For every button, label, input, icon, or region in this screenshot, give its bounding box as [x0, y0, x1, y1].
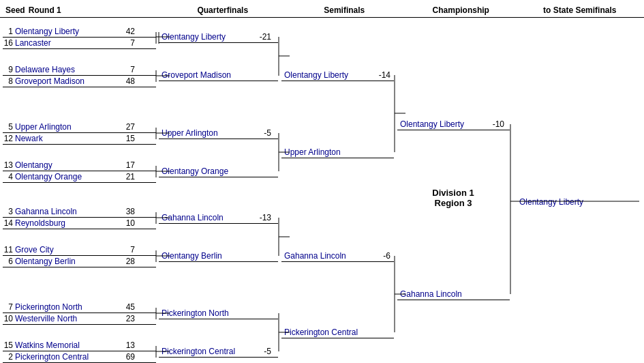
qf-match-4: Pickerington North: [159, 308, 281, 319]
qf-team-7: Pickerington North: [159, 308, 278, 319]
r1-team-11: 11 Grove City 7: [3, 244, 156, 256]
r1-team-10: 14 Reynoldsburg 10: [3, 218, 156, 229]
champ-match-2: Gahanna Lincoln: [397, 289, 513, 300]
bracket-container: Seed Round 1 Quarterfinals Semifinals Ch…: [0, 0, 644, 363]
sf-team-3: Gahanna Lincoln -6: [281, 250, 394, 262]
sf-match-1: Olentangy Liberty -14: [281, 70, 397, 81]
sf-match-1b: Upper Arlington: [281, 147, 397, 158]
r1-team-13: 7 Pickerington North 45: [3, 302, 156, 313]
sf-team-1: Olentangy Liberty -14: [281, 70, 394, 81]
state-match: Olentangy Liberty: [517, 196, 639, 207]
r1-match-8: 15 Watkins Memorial 13 2 Pickerington Ce…: [3, 340, 159, 363]
r1-team-16: 2 Pickerington Central 69: [3, 351, 156, 363]
qf-team-6: Olentangy Berlin: [159, 250, 278, 262]
qf-team-5: Gahanna Lincoln -13: [159, 212, 278, 224]
r1-match-2: 9 Delaware Hayes 7 8 Groveport Madison 4…: [3, 64, 159, 87]
header-row: Seed Round 1 Quarterfinals Semifinals Ch…: [0, 5, 644, 18]
qf-match-3: Gahanna Lincoln -13: [159, 212, 281, 224]
qf-team-3: Upper Arlington -5: [159, 128, 278, 139]
r1-team-5: 5 Upper Arlington 27: [3, 121, 156, 133]
header-sf: Semifinals: [285, 5, 403, 15]
qf-team-1: Olentangy Liberty -21: [159, 31, 278, 43]
r1-match-6: 11 Grove City 7 6 Olentangy Berlin 28: [3, 244, 159, 267]
qf-match-2: Upper Arlington -5: [159, 128, 281, 139]
division-line1: Division 1: [402, 188, 504, 198]
header-champ: Championship: [403, 5, 519, 15]
r1-match-7: 7 Pickerington North 45 10 Westerville N…: [3, 302, 159, 325]
qf-team-4: Olentangy Orange: [159, 166, 278, 177]
division-label: Division 1 Region 3: [402, 188, 504, 208]
header-state: to State Semifinals: [519, 5, 641, 15]
header-seed: Seed: [3, 5, 29, 15]
qf-match-1b: Groveport Madison: [159, 70, 281, 81]
r1-match-4: 13 Olentangy 17 4 Olentangy Orange 21: [3, 160, 159, 183]
r1-team-2: 16 Lancaster 7: [3, 38, 156, 49]
r1-team-3: 9 Delaware Hayes 7: [3, 64, 156, 76]
champ-team-2: Gahanna Lincoln: [397, 289, 510, 300]
r1-match-1: 1 Olentangy Liberty 42 16 Lancaster 7: [3, 26, 159, 49]
qf-match-1: Olentangy Liberty -21: [159, 31, 281, 43]
qf-match-2b: Olentangy Orange: [159, 166, 281, 177]
division-line2: Region 3: [402, 198, 504, 208]
r1-team-6: 12 Newark 15: [3, 133, 156, 145]
r1-match-3: 5 Upper Arlington 27 12 Newark 15: [3, 121, 159, 145]
sf-match-2: Gahanna Lincoln -6: [281, 250, 397, 262]
header-qf: Quarterfinals: [160, 5, 285, 15]
sf-match-2b: Pickerington Central: [281, 327, 397, 338]
r1-team-15: 15 Watkins Memorial 13: [3, 340, 156, 351]
qf-team-2: Groveport Madison: [159, 70, 278, 81]
r1-team-12: 6 Olentangy Berlin 28: [3, 256, 156, 267]
r1-team-7: 13 Olentangy 17: [3, 160, 156, 171]
r1-team-1: 1 Olentangy Liberty 42: [3, 26, 156, 38]
champ-match-1: Olentangy Liberty -10: [397, 119, 513, 130]
r1-match-5: 3 Gahanna Lincoln 38 14 Reynoldsburg 10: [3, 206, 159, 229]
sf-team-4: Pickerington Central: [281, 327, 394, 338]
r1-team-14: 10 Westerville North 23: [3, 313, 156, 325]
qf-match-3b: Olentangy Berlin: [159, 250, 281, 262]
qf-match-4b: Pickerington Central -5: [159, 346, 281, 358]
sf-team-2: Upper Arlington: [281, 147, 394, 158]
champ-team-1: Olentangy Liberty -10: [397, 119, 510, 130]
state-team-1: Olentangy Liberty: [517, 196, 639, 207]
r1-team-4: 8 Groveport Madison 48: [3, 76, 156, 87]
qf-team-8: Pickerington Central -5: [159, 346, 278, 358]
r1-team-9: 3 Gahanna Lincoln 38: [3, 206, 156, 218]
r1-team-8: 4 Olentangy Orange 21: [3, 171, 156, 183]
header-round1: Round 1: [29, 5, 160, 15]
